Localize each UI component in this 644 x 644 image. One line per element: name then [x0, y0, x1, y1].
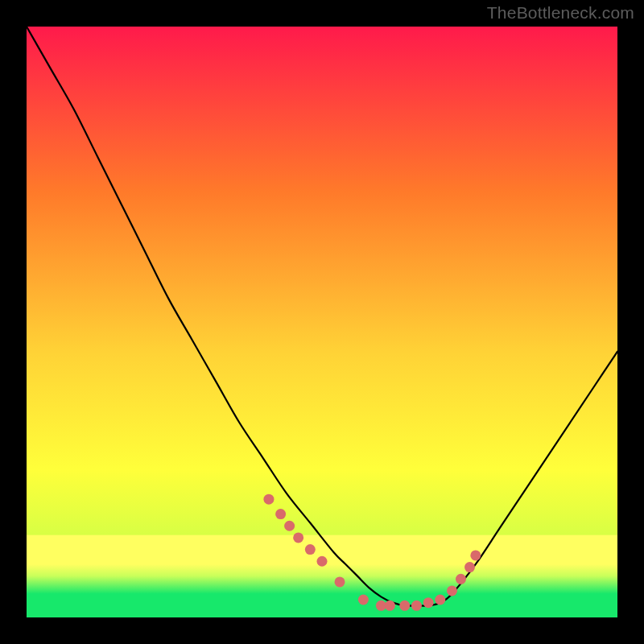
curve-marker [263, 494, 274, 505]
chart-background [27, 27, 617, 617]
curve-marker [358, 594, 369, 605]
curve-marker [317, 556, 328, 567]
curve-marker [275, 509, 286, 519]
chart-svg [27, 27, 617, 617]
curve-marker [411, 601, 422, 611]
curve-marker [335, 576, 345, 587]
curve-marker [385, 601, 395, 611]
curve-marker [284, 521, 295, 531]
curve-marker [464, 562, 475, 572]
curve-marker [435, 594, 445, 605]
chart-plot-area [27, 27, 617, 617]
curve-marker [447, 585, 457, 596]
curve-marker [456, 574, 466, 584]
curve-marker [470, 550, 481, 560]
curve-marker [305, 544, 316, 555]
curve-marker [293, 532, 303, 543]
curve-marker [423, 597, 434, 608]
watermark: TheBottleneck.com [487, 3, 634, 23]
curve-marker [399, 601, 410, 611]
chart-stage: TheBottleneck.com [0, 0, 644, 644]
